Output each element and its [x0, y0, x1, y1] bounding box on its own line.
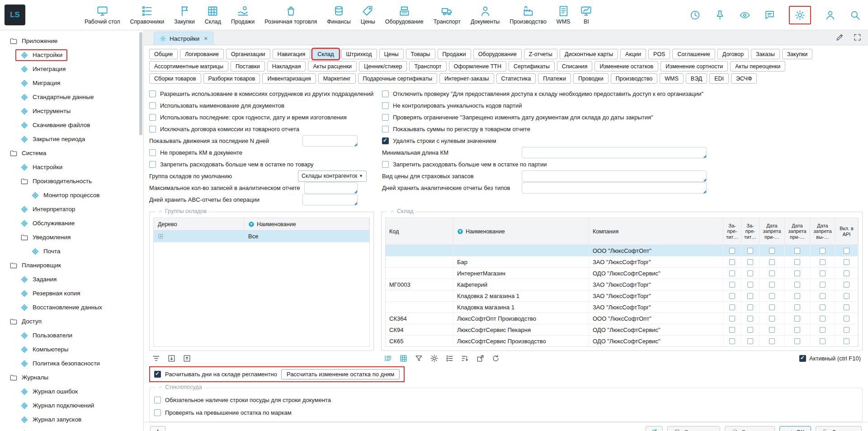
row-checkbox[interactable] — [820, 338, 826, 344]
subtab[interactable]: Изменение остатков — [594, 61, 658, 71]
row-checkbox[interactable] — [794, 338, 800, 344]
subtab[interactable]: Интернет-заказы — [439, 73, 494, 84]
sidebar-item[interactable]: Скачивание файлов — [0, 118, 143, 132]
toolbar-item[interactable]: Производство — [505, 5, 552, 25]
checkbox[interactable] — [382, 114, 389, 121]
search-icon[interactable] — [849, 9, 861, 21]
checkbox[interactable] — [382, 137, 389, 144]
row-checkbox[interactable] — [747, 338, 753, 344]
subtab[interactable]: Накладная — [267, 61, 306, 71]
collapse-icon[interactable] — [158, 209, 163, 214]
subtab[interactable]: Ассортиментные матрицы — [149, 61, 228, 71]
toolbar-item[interactable]: Закупки — [169, 5, 200, 25]
row-checkbox[interactable] — [794, 316, 800, 322]
column-header[interactable]: За-пре-тит… — [723, 218, 741, 245]
clock-icon[interactable] — [689, 9, 701, 21]
row-checkbox[interactable] — [844, 293, 849, 299]
sidebar-item[interactable]: Инструменты — [0, 104, 143, 118]
column-header[interactable]: Компания — [589, 218, 723, 245]
subtab[interactable]: Платежи — [538, 73, 571, 84]
checkbox[interactable] — [149, 149, 156, 156]
subtab[interactable]: Организации — [226, 49, 270, 59]
column-header[interactable]: Код — [386, 218, 453, 245]
sidebar-item[interactable]: Планировщик — [0, 258, 143, 272]
row-checkbox[interactable] — [729, 270, 735, 276]
row-checkbox[interactable] — [820, 304, 826, 310]
row-checkbox[interactable] — [747, 282, 753, 288]
column-header[interactable]: Дата запрета вы-… — [810, 218, 835, 245]
refresh-icon[interactable] — [491, 354, 500, 363]
subtab[interactable]: Акции — [620, 49, 646, 59]
row-checkbox[interactable] — [769, 282, 775, 288]
toolbar-item[interactable]: Склад — [200, 5, 226, 25]
subtab[interactable]: Заказы — [751, 49, 780, 59]
row-checkbox[interactable] — [844, 259, 849, 265]
row-checkbox[interactable] — [769, 270, 775, 276]
gear-icon[interactable] — [430, 354, 439, 363]
row-checkbox[interactable] — [794, 304, 800, 310]
subtab[interactable]: Продажи — [438, 49, 471, 59]
checkbox[interactable] — [149, 90, 156, 97]
row-checkbox[interactable] — [769, 338, 775, 344]
subtab[interactable]: Товары — [406, 49, 435, 59]
list-view-icon[interactable] — [384, 354, 392, 363]
row-checkbox[interactable] — [844, 327, 849, 333]
subtab[interactable]: Соглашение — [672, 49, 715, 59]
sidebar-item[interactable]: Уведомления — [0, 230, 143, 244]
toolbar-item[interactable]: WMS — [552, 5, 576, 25]
sidebar-item[interactable]: Приложение — [0, 34, 143, 48]
row-checkbox[interactable] — [820, 259, 826, 265]
sidebar-item[interactable]: Журнал изменений — [0, 426, 143, 431]
subtab[interactable]: Сертификаты — [509, 61, 555, 71]
sidebar-item[interactable]: Стандартные данные — [0, 90, 143, 104]
row-checkbox[interactable] — [769, 259, 775, 265]
row-checkbox[interactable] — [747, 327, 753, 333]
subtab[interactable]: Проводки — [573, 73, 609, 84]
text-input[interactable] — [522, 182, 707, 194]
sidebar-item[interactable]: Система — [0, 146, 143, 160]
sidebar-item[interactable]: Пользователи — [0, 328, 143, 342]
row-checkbox[interactable] — [747, 248, 753, 254]
sidebar-item[interactable]: Восстановление данных — [0, 300, 143, 314]
sidebar-item[interactable]: Производительность — [0, 174, 143, 188]
checkbox[interactable] — [154, 397, 161, 403]
row-checkbox[interactable] — [794, 270, 800, 276]
save-button[interactable]: Сохранить — [667, 426, 720, 431]
row-checkbox[interactable] — [794, 282, 800, 288]
subtab[interactable]: Дисконтные карты — [560, 49, 618, 59]
cancel-button[interactable]: Отменить — [725, 426, 775, 431]
row-checkbox[interactable] — [844, 270, 849, 276]
checkbox[interactable] — [382, 161, 389, 168]
row-checkbox[interactable] — [820, 270, 826, 276]
subtab[interactable]: Транспорт — [409, 61, 446, 71]
subtab[interactable]: Z-отчеты — [524, 49, 557, 59]
collapse-icon[interactable] — [158, 385, 163, 390]
table-row[interactable]: СК65 ЛюксСофтСервис Производство ОДО "Лю… — [386, 336, 858, 347]
subtab[interactable]: Статистика — [496, 73, 536, 84]
sidebar-item[interactable]: Компьютеры — [0, 342, 143, 356]
subtab[interactable]: Закупки — [782, 49, 813, 59]
box-out-icon[interactable] — [183, 354, 191, 363]
sidebar-item[interactable]: Интеграция — [0, 62, 143, 76]
checkbox[interactable] — [382, 90, 389, 97]
subtab[interactable]: POS — [648, 49, 670, 59]
table-row[interactable]: ИнтернетМагазин ОДО "ЛюксСофтСервис" — [386, 268, 858, 279]
subtab[interactable]: Оформление ТТН — [449, 61, 506, 71]
column-header[interactable]: Вкл. в API — [835, 218, 858, 245]
row-checkbox[interactable] — [769, 316, 775, 322]
subtab[interactable]: Штрихкод — [341, 49, 377, 59]
sidebar-item[interactable]: Резервная копия — [0, 286, 143, 300]
subtab[interactable]: Подарочные сертификаты — [358, 73, 437, 84]
column-header-tree[interactable]: Дерево — [154, 218, 244, 230]
subtab[interactable]: Договор — [717, 49, 749, 59]
toolbar-item[interactable]: BI — [575, 5, 597, 25]
row-checkbox[interactable] — [729, 304, 735, 310]
tab-close-icon[interactable]: × — [204, 35, 208, 42]
pin-icon[interactable] — [714, 9, 726, 21]
filter-lines-icon[interactable] — [152, 354, 160, 363]
funnel-icon[interactable] — [415, 354, 423, 363]
row-checkbox[interactable] — [844, 338, 849, 344]
sidebar-item[interactable]: Журнал подключений — [0, 398, 143, 412]
subtab[interactable]: EDI — [709, 73, 729, 84]
table-row[interactable]: Кладовка магазина 1 ЗАО "ЛюксСофтТорг" — [386, 302, 858, 313]
